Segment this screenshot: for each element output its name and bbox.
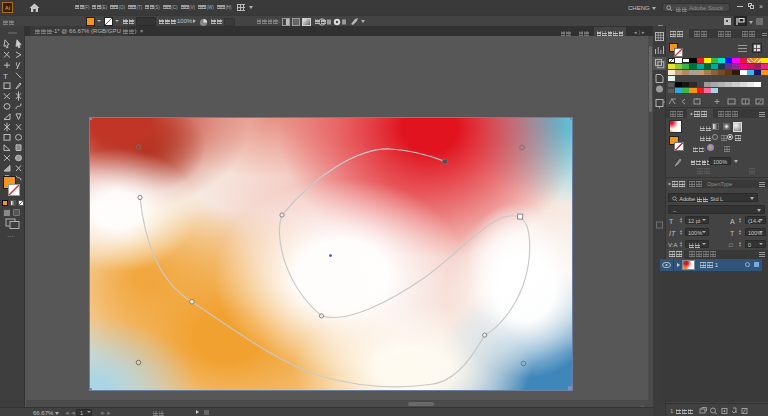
svg-text:T: T [3,72,8,81]
